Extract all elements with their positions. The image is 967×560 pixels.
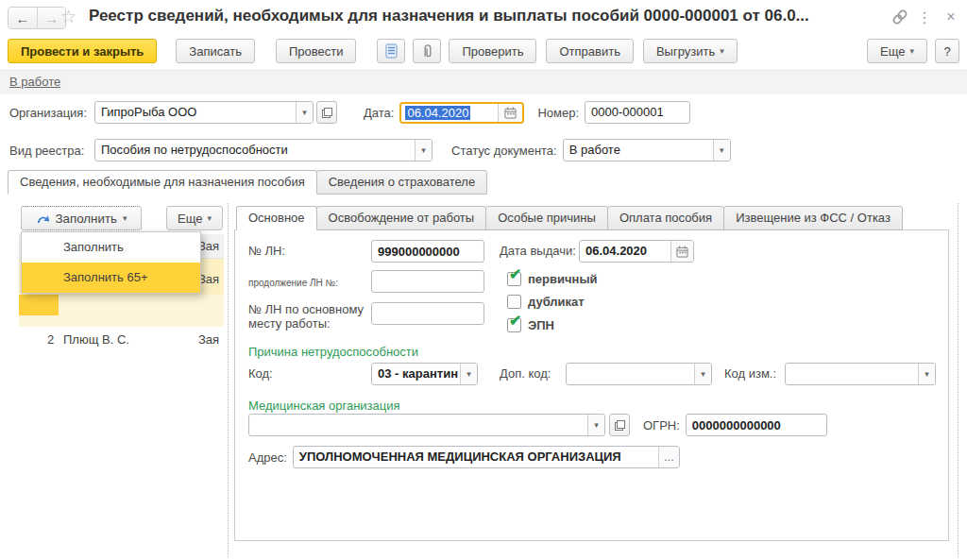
tab-special-reasons-label: Особые причины bbox=[498, 211, 596, 225]
more-label: Еще bbox=[880, 44, 905, 59]
date-calendar-button[interactable] bbox=[498, 104, 522, 122]
row1-col-value: Зая bbox=[198, 272, 219, 286]
medorg-value bbox=[249, 415, 587, 435]
medorg-combo[interactable]: ▾ bbox=[248, 414, 605, 436]
checkbox-box[interactable] bbox=[507, 295, 521, 309]
chevron-down-icon[interactable]: ▾ bbox=[460, 364, 477, 384]
tab-insurer-info[interactable]: Сведения о страхователе bbox=[316, 170, 487, 195]
current-cell-highlight[interactable] bbox=[19, 295, 59, 315]
registry-kind-combo[interactable]: Пособия по нетрудоспособности ▾ bbox=[94, 139, 433, 161]
post-button[interactable]: Провести bbox=[276, 39, 357, 63]
row2-col-value: Зая bbox=[198, 332, 219, 347]
organization-open-button[interactable] bbox=[316, 101, 337, 124]
table-row[interactable]: 2 Плющ В. С. Зая bbox=[19, 327, 224, 353]
main-ln-label: № ЛН по основному месту работы: bbox=[248, 302, 365, 331]
code-value: 03 - карантин bbox=[372, 364, 460, 384]
chevron-down-icon[interactable]: ▾ bbox=[415, 140, 432, 161]
paperclip-icon bbox=[420, 43, 434, 59]
send-label: Отправить bbox=[559, 44, 619, 59]
continuation-ln-field[interactable] bbox=[371, 270, 484, 293]
fill-dropdown-menu: Заполнить Заполнить 65+ bbox=[21, 231, 201, 294]
ln-number-label: № ЛН: bbox=[248, 244, 285, 258]
tab-main[interactable]: Основное bbox=[236, 206, 317, 230]
menu-item-fill[interactable]: Заполнить bbox=[22, 232, 200, 263]
check-button[interactable]: Проверить bbox=[449, 39, 536, 63]
doc-status-value: В работе bbox=[564, 140, 713, 161]
menu-item-fill-65[interactable]: Заполнить 65+ bbox=[22, 263, 200, 293]
check-icon: ✔ bbox=[509, 265, 521, 283]
tab-benefit-info[interactable]: Сведения, необходимые для назначения пос… bbox=[8, 170, 317, 195]
add-code-combo[interactable]: ▾ bbox=[566, 363, 712, 385]
menu-item-fill-65-label: Заполнить 65+ bbox=[63, 270, 147, 284]
help-button[interactable]: ? bbox=[935, 39, 959, 63]
show-register-button[interactable] bbox=[377, 39, 405, 63]
attachments-button[interactable] bbox=[413, 39, 441, 63]
status-band: В работе bbox=[0, 70, 967, 94]
chevron-down-icon[interactable]: ▾ bbox=[694, 364, 711, 384]
export-button[interactable]: Выгрузить▾ bbox=[643, 39, 738, 63]
tab-work-release-label: Освобождение от работы bbox=[329, 211, 475, 225]
employees-more-button[interactable]: Еще ▾ bbox=[166, 206, 223, 230]
doc-status-combo[interactable]: В работе ▾ bbox=[563, 139, 731, 161]
close-button[interactable]: × bbox=[941, 8, 961, 26]
tab-benefit-payment-label: Оплата пособия bbox=[619, 211, 712, 225]
more-actions-button[interactable]: Еще▾ bbox=[867, 39, 927, 63]
issue-date-calendar-button[interactable] bbox=[670, 241, 693, 262]
registry-kind-value: Пособия по нетрудоспособности bbox=[95, 140, 415, 161]
panel-splitter[interactable] bbox=[228, 203, 229, 557]
code-combo[interactable]: 03 - карантин ▾ bbox=[371, 363, 478, 385]
right-splitter[interactable] bbox=[958, 203, 959, 557]
send-button[interactable]: Отправить bbox=[546, 39, 633, 63]
document-state-link[interactable]: В работе bbox=[9, 75, 60, 89]
help-icon: ? bbox=[943, 44, 950, 59]
write-button[interactable]: Записать bbox=[176, 39, 255, 63]
back-icon: ← bbox=[16, 10, 30, 26]
export-label: Выгрузить bbox=[656, 44, 715, 59]
checkbox-box[interactable]: ✔ bbox=[507, 318, 521, 332]
favorite-star-icon[interactable]: ☆ bbox=[60, 6, 76, 27]
tab-work-release[interactable]: Освобождение от работы bbox=[316, 206, 487, 230]
epn-checkbox[interactable]: ✔ ЭПН bbox=[507, 318, 554, 332]
medorg-open-button[interactable] bbox=[609, 414, 630, 436]
tab-benefit-payment[interactable]: Оплата пособия bbox=[607, 206, 724, 230]
tab-main-label: Основное bbox=[248, 211, 305, 225]
main-ln-field[interactable] bbox=[371, 302, 484, 325]
address-field[interactable]: УПОЛНОМОЧЕННАЯ МЕДИЦИНСКАЯ ОРГАНИЗАЦИЯ .… bbox=[293, 446, 680, 468]
main-tabstrip: Сведения, необходимые для назначения пос… bbox=[8, 170, 486, 195]
post-and-close-button[interactable]: Провести и закрыть bbox=[8, 39, 157, 63]
checkbox-box[interactable]: ✔ bbox=[507, 272, 521, 286]
fill-button-label: Заполнить bbox=[56, 212, 117, 226]
ogrn-field[interactable] bbox=[686, 414, 827, 436]
primary-checkbox-label: первичный bbox=[528, 272, 598, 286]
detail-tabstrip: Основное Освобождение от работы Особые п… bbox=[236, 206, 902, 230]
chevron-down-icon[interactable]: ▾ bbox=[713, 140, 730, 161]
fill-button[interactable]: Заполнить ▾ bbox=[21, 206, 142, 230]
more-menu-button[interactable]: ⋮ bbox=[914, 8, 935, 26]
main-form-groupbox: № ЛН: Дата выдачи: 06.04.2020 продолжени… bbox=[234, 229, 949, 541]
ogrn-label: ОГРН: bbox=[643, 418, 680, 433]
address-ellipsis-button[interactable]: ... bbox=[658, 447, 679, 467]
organization-combo[interactable]: ГипроРыба ООО ▾ bbox=[94, 101, 314, 124]
row2-name: Плющ В. С. bbox=[63, 332, 129, 347]
chevron-down-icon: ▾ bbox=[207, 213, 212, 223]
primary-checkbox[interactable]: ✔ первичный bbox=[507, 272, 598, 286]
chevron-down-icon[interactable]: ▾ bbox=[296, 102, 313, 123]
tab-fss-notice[interactable]: Извещение из ФСС / Отказ bbox=[723, 206, 903, 230]
fill-refresh-icon bbox=[36, 212, 50, 225]
tab-special-reasons[interactable]: Особые причины bbox=[485, 206, 608, 230]
back-button[interactable]: ← bbox=[8, 8, 37, 28]
get-link-button[interactable] bbox=[890, 8, 910, 26]
issue-date-field[interactable]: 06.04.2020 bbox=[579, 240, 694, 263]
chevron-down-icon[interactable]: ▾ bbox=[918, 364, 935, 384]
duplicate-checkbox[interactable]: дубликат bbox=[507, 295, 585, 309]
window-titlebar: ← → ☆ Реестр сведений, необходимых для н… bbox=[0, 0, 967, 34]
number-field[interactable]: 0000-000001 bbox=[585, 101, 690, 124]
table-row-selected-continued[interactable] bbox=[19, 295, 224, 327]
mod-code-combo[interactable]: ▾ bbox=[785, 363, 936, 385]
date-field-focused[interactable]: 06.04.2020 bbox=[399, 102, 524, 124]
open-icon bbox=[615, 420, 625, 431]
chevron-down-icon[interactable]: ▾ bbox=[587, 415, 604, 435]
registry-kind-label: Вид реестра: bbox=[9, 144, 94, 158]
ln-number-field[interactable] bbox=[371, 240, 484, 263]
chevron-down-icon: ▾ bbox=[909, 46, 914, 56]
